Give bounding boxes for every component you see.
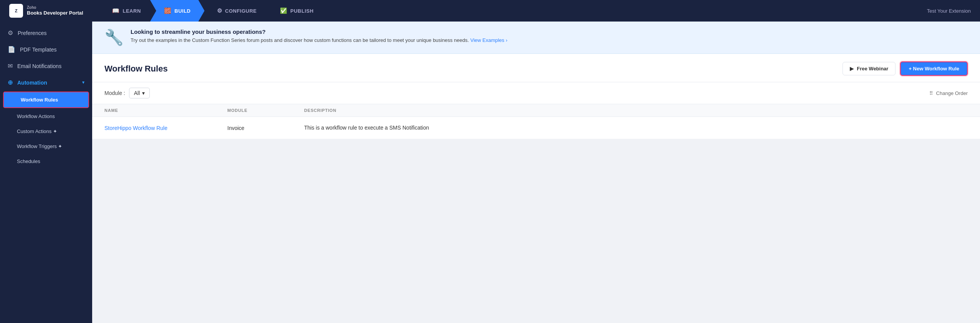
sidebar-item-automation[interactable]: ⊕ Automation ▾ <box>0 74 92 91</box>
col-header-module: MODULE <box>227 108 304 113</box>
workflow-rule-module: Invoice <box>227 125 304 131</box>
tab-build-label: BUILD <box>174 8 190 14</box>
main-layout: ⚙ Preferences 📄 PDF Templates ✉ Email No… <box>0 22 980 323</box>
top-nav: Z Zoho Books Developer Portal 📖 LEARN 🧱 … <box>0 0 980 22</box>
email-icon: ✉ <box>8 62 13 70</box>
sidebar-item-email-notifications[interactable]: ✉ Email Notifications <box>0 58 92 74</box>
logo-zoho: Zoho <box>27 5 83 10</box>
page-actions: ▶ Free Webinar + New Workflow Rule <box>843 62 968 76</box>
sidebar-item-pdf-templates[interactable]: 📄 PDF Templates <box>0 41 92 58</box>
info-banner: 🔧 Looking to streamline your business op… <box>92 22 980 54</box>
module-dropdown[interactable]: All ▾ <box>129 88 150 98</box>
publish-icon: ✅ <box>280 7 288 14</box>
sidebar-label-preferences: Preferences <box>18 30 46 36</box>
tab-configure-label: CONFIGURE <box>225 8 257 14</box>
sidebar-item-workflow-rules[interactable]: Workflow Rules <box>4 92 88 107</box>
tab-publish-label: PUBLISH <box>290 8 314 14</box>
workflow-rule-name[interactable]: StoreHippo Workflow Rule <box>104 125 227 131</box>
page-header: Workflow Rules ▶ Free Webinar + New Work… <box>92 54 980 82</box>
table-header: NAME MODULE DESCRIPTION <box>92 104 980 117</box>
learn-icon: 📖 <box>112 7 120 14</box>
sidebar-item-preferences[interactable]: ⚙ Preferences <box>0 25 92 41</box>
banner-title: Looking to streamline your business oper… <box>131 28 507 35</box>
tab-build[interactable]: 🧱 BUILD <box>150 0 205 22</box>
sidebar-label-automation: Automation <box>17 80 47 86</box>
free-webinar-button[interactable]: ▶ Free Webinar <box>843 62 896 75</box>
chevron-down-icon: ▾ <box>82 80 84 85</box>
col-header-name: NAME <box>104 108 227 113</box>
logo-area: Z Zoho Books Developer Portal <box>9 4 101 18</box>
new-workflow-rule-button[interactable]: + New Workflow Rule <box>900 62 968 76</box>
sidebar-item-workflow-actions[interactable]: Workflow Actions <box>0 109 92 124</box>
change-order-button[interactable]: ⠿ Change Order <box>929 90 968 96</box>
sidebar-label-pdf: PDF Templates <box>20 47 56 53</box>
gear-wrench-icon: 🔧 <box>104 28 124 47</box>
workflow-rules-table-container: Module : All ▾ ⠿ Change Order NAME MODUL… <box>92 82 980 139</box>
sidebar-item-schedules[interactable]: Schedules <box>0 154 92 169</box>
sidebar-label-workflow-triggers: Workflow Triggers ✦ <box>17 143 62 149</box>
tab-publish[interactable]: ✅ PUBLISH <box>269 0 324 22</box>
test-extension-link[interactable]: Test Your Extension <box>927 8 971 14</box>
automation-icon: ⊕ <box>8 79 13 86</box>
tab-configure[interactable]: ⚙ CONFIGURE <box>206 0 268 22</box>
table-row: StoreHippo Workflow Rule Invoice This is… <box>92 117 980 139</box>
banner-description: Try out the examples in the Custom Funct… <box>131 37 507 44</box>
sidebar-label-schedules: Schedules <box>17 158 40 164</box>
sidebar-label-custom-actions: Custom Actions ✦ <box>17 128 57 134</box>
view-examples-link[interactable]: View Examples › <box>470 37 508 43</box>
module-filter: Module : All ▾ <box>104 88 150 98</box>
tab-learn-label: LEARN <box>123 8 141 14</box>
logo-app: Books Developer Portal <box>27 10 83 16</box>
tab-learn[interactable]: 📖 LEARN <box>101 0 152 22</box>
play-icon: ▶ <box>850 66 854 72</box>
build-icon: 🧱 <box>164 7 172 14</box>
logo-icon: Z <box>9 4 23 18</box>
module-label: Module : <box>104 90 125 96</box>
pdf-icon: 📄 <box>8 46 15 53</box>
chevron-down-icon: ▾ <box>142 90 145 96</box>
preferences-icon: ⚙ <box>8 29 13 37</box>
table-toolbar: Module : All ▾ ⠿ Change Order <box>92 82 980 104</box>
sidebar-item-workflow-triggers[interactable]: Workflow Triggers ✦ <box>0 139 92 154</box>
sidebar: ⚙ Preferences 📄 PDF Templates ✉ Email No… <box>0 22 92 323</box>
sidebar-label-email: Email Notifications <box>17 63 61 69</box>
main-content: 🔧 Looking to streamline your business op… <box>92 22 980 323</box>
sidebar-label-workflow-rules: Workflow Rules <box>21 97 58 103</box>
workflow-rule-description: This is a workflow rule to execute a SMS… <box>304 124 968 132</box>
col-header-description: DESCRIPTION <box>304 108 968 113</box>
grid-icon: ⠿ <box>929 90 933 96</box>
configure-icon: ⚙ <box>217 7 222 14</box>
sidebar-item-custom-actions[interactable]: Custom Actions ✦ <box>0 124 92 139</box>
page-title: Workflow Rules <box>104 64 168 74</box>
sidebar-label-workflow-actions: Workflow Actions <box>17 113 55 119</box>
module-value: All <box>134 90 140 96</box>
nav-tabs: 📖 LEARN 🧱 BUILD ⚙ CONFIGURE ✅ PUBLISH <box>101 0 927 22</box>
